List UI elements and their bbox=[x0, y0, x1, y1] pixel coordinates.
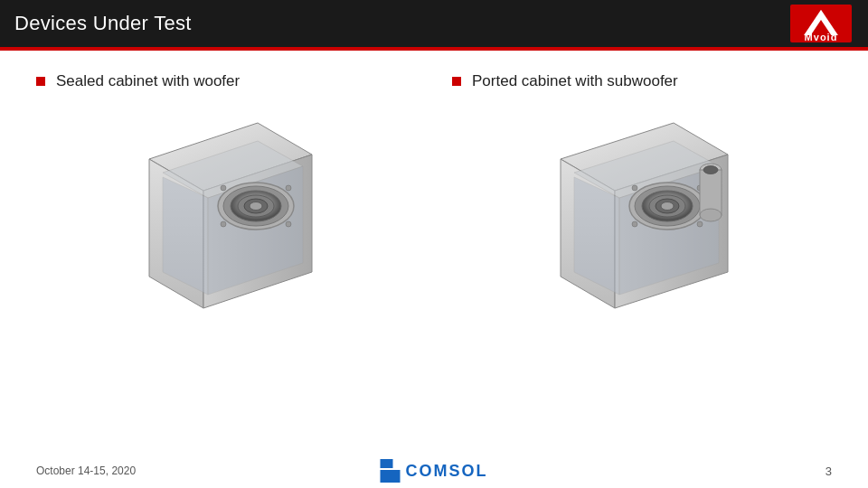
comsol-text: COMSOL bbox=[406, 462, 488, 481]
main-content: Sealed cabinet with woofer bbox=[0, 51, 868, 345]
footer: October 14-15, 2020 COMSOL 3 bbox=[0, 465, 868, 477]
page-number: 3 bbox=[826, 465, 832, 478]
svg-point-37 bbox=[700, 209, 722, 221]
ported-cabinet-image bbox=[452, 105, 832, 331]
sealed-cabinet-section: Sealed cabinet with woofer bbox=[36, 72, 416, 331]
ported-cabinet-section: Ported cabinet with subwoofer bbox=[452, 72, 832, 331]
ported-cabinet-text: Ported cabinet with subwoofer bbox=[472, 72, 678, 90]
svg-point-36 bbox=[703, 166, 718, 174]
page-title: Devices Under Test bbox=[14, 12, 192, 35]
ported-cabinet-svg bbox=[533, 105, 750, 331]
comsol-branding: COMSOL bbox=[381, 459, 488, 483]
ported-cabinet-label: Ported cabinet with subwoofer bbox=[452, 72, 832, 90]
svg-point-13 bbox=[250, 202, 262, 211]
comsol-square-bottom bbox=[381, 470, 401, 483]
svg-point-33 bbox=[697, 221, 703, 227]
footer-date: October 14-15, 2020 bbox=[36, 465, 136, 477]
svg-point-14 bbox=[221, 185, 226, 191]
svg-point-15 bbox=[286, 185, 291, 191]
svg-point-29 bbox=[661, 202, 674, 211]
logo-text: Mvoid bbox=[805, 32, 838, 42]
comsol-logo: COMSOL bbox=[381, 459, 488, 483]
logo-container: Mvoid bbox=[788, 4, 854, 43]
sealed-cabinet-label: Sealed cabinet with woofer bbox=[36, 72, 416, 90]
svg-point-30 bbox=[632, 185, 637, 191]
comsol-square-top bbox=[381, 459, 393, 468]
comsol-icon bbox=[381, 459, 401, 483]
logo-box: Mvoid bbox=[790, 5, 852, 42]
bullet-icon bbox=[36, 77, 45, 86]
svg-point-16 bbox=[221, 221, 226, 227]
sealed-cabinet-svg bbox=[122, 105, 330, 331]
svg-point-32 bbox=[632, 221, 637, 227]
header: Devices Under Test Mvoid bbox=[0, 0, 868, 47]
sealed-cabinet-image bbox=[36, 105, 416, 331]
bullet-icon-2 bbox=[452, 77, 461, 86]
sealed-cabinet-text: Sealed cabinet with woofer bbox=[56, 72, 240, 90]
svg-point-17 bbox=[286, 221, 291, 227]
